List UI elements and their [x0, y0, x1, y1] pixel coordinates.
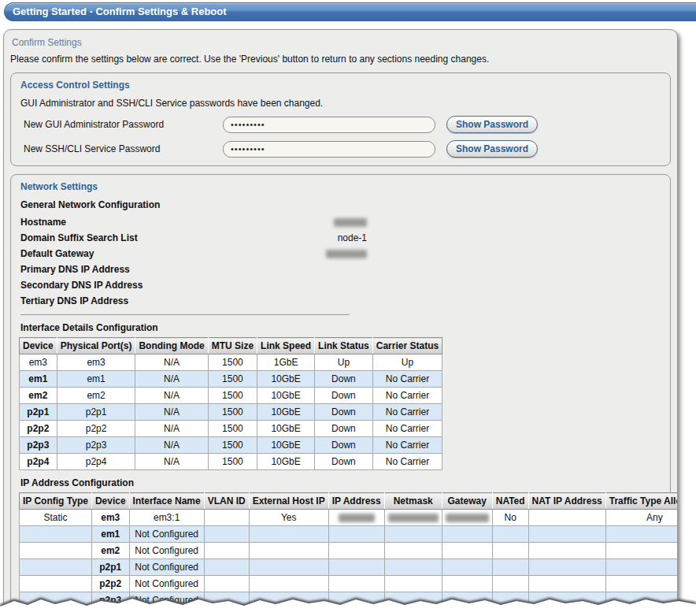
password-changed-note: GUI Administrator and SSH/CLI Service pa…: [20, 98, 664, 109]
table-header-cell: IP Config Type: [20, 493, 92, 510]
ssh-cli-password-input[interactable]: [223, 141, 435, 158]
table-cell: N/A: [135, 354, 208, 371]
table-cell: [20, 609, 92, 610]
confirm-settings-panel: Confirm Settings Please confirm the sett…: [3, 29, 678, 610]
table-cell: em2: [20, 388, 57, 404]
table-cell: N/A: [135, 454, 208, 470]
table-cell: [249, 609, 328, 610]
confirm-settings-description: Please confirm the settings below are co…: [10, 54, 672, 65]
table-cell: N/A: [135, 371, 208, 388]
table-cell: Not Configured: [129, 526, 204, 543]
table-cell: [528, 609, 605, 610]
table-cell: [384, 592, 442, 609]
table-cell: Not Configured: [129, 592, 204, 609]
table-cell: [528, 526, 605, 543]
table-cell: [528, 576, 605, 592]
interface-details-table: DevicePhysical Port(s)Bonding ModeMTU Si…: [19, 337, 442, 470]
table-cell: Up: [315, 354, 373, 371]
table-cell: em3: [91, 510, 129, 526]
redacted-value: [446, 514, 489, 522]
show-ssh-password-button[interactable]: Show Password: [446, 140, 538, 158]
general-network-row-label: Secondary DNS IP Address: [20, 280, 313, 291]
gui-admin-password-input[interactable]: [223, 117, 435, 133]
table-cell: em3: [57, 354, 135, 371]
table-cell: [204, 576, 249, 592]
table-cell: [249, 576, 328, 592]
table-row: p2p1p2p1N/A150010GbEDownNo Carrier: [20, 404, 442, 421]
table-cell: 1500: [208, 354, 257, 371]
table-cell: [528, 543, 605, 559]
table-cell: Down: [315, 371, 373, 388]
table-cell: em3:1: [129, 510, 204, 526]
window-title-bar: Getting Started - Confirm Settings & Reb…: [4, 2, 696, 21]
table-cell: 1500: [208, 437, 257, 454]
table-cell: [384, 559, 442, 576]
table-row: p2p4p2p4N/A150010GbEDownNo Carrier: [20, 454, 442, 470]
table-cell: [605, 609, 678, 610]
table-cell: Down: [315, 421, 373, 437]
network-settings-heading: Network Settings: [20, 181, 664, 192]
redacted-value: [388, 514, 439, 522]
table-cell: [20, 526, 92, 543]
table-cell: No: [492, 510, 528, 526]
ip-address-config-table: IP Config TypeDeviceInterface NameVLAN I…: [19, 492, 678, 610]
table-cell: p2p4: [57, 454, 135, 470]
general-network-row: Primary DNS IP Address: [20, 262, 664, 277]
general-network-row: Secondary DNS IP Address: [20, 277, 664, 293]
table-cell: 10GbE: [257, 437, 315, 454]
table-row: em2em2N/A150010GbEDownNo Carrier: [20, 388, 442, 404]
table-cell: [204, 592, 249, 609]
table-cell: [384, 609, 442, 610]
table-cell: N/A: [135, 437, 208, 454]
table-row: p2p2p2p2N/A150010GbEDownNo Carrier: [20, 421, 442, 437]
table-cell: Down: [315, 388, 373, 404]
table-cell: p2p2: [57, 421, 135, 437]
table-cell: [384, 510, 442, 526]
table-header-cell: NAT IP Address: [528, 493, 605, 510]
table-cell: 10GbE: [257, 454, 315, 470]
table-cell: 1500: [208, 371, 257, 388]
table-cell: [442, 559, 492, 576]
general-network-row: Hostname: [20, 214, 664, 230]
table-cell: Static: [20, 510, 92, 526]
general-network-row-label: Default Gateway: [20, 248, 313, 259]
table-cell: p2p2: [91, 576, 129, 592]
ssh-cli-password-row: New SSH/CLI Service Password Show Passwo…: [24, 140, 664, 158]
table-cell: p2p1: [57, 404, 135, 421]
general-network-row-label: Hostname: [20, 217, 313, 228]
table-header-cell: Device: [20, 338, 57, 354]
table-cell: [492, 543, 528, 559]
table-cell: [605, 592, 678, 609]
redacted-value: [334, 218, 367, 227]
table-header-cell: Gateway: [442, 493, 492, 510]
table-cell: N/A: [135, 404, 208, 421]
table-row: p2p3p2p3N/A150010GbEDownNo Carrier: [20, 437, 442, 454]
table-row: em1Not Configured: [20, 526, 679, 543]
general-network-row: Tertiary DNS IP Address: [20, 293, 664, 309]
general-network-row-label: Primary DNS IP Address: [20, 264, 313, 275]
table-row: p2p4Not Configured: [20, 609, 679, 610]
table-cell: p2p3: [91, 592, 129, 609]
general-network-config-heading: General Network Configuration: [20, 199, 664, 210]
general-network-row-value: [313, 248, 367, 259]
table-row: p2p2Not Configured: [20, 576, 679, 592]
show-gui-password-button[interactable]: Show Password: [446, 116, 538, 133]
redacted-value: [339, 514, 375, 522]
table-cell: [249, 543, 328, 559]
table-cell: Up: [372, 354, 442, 371]
table-cell: [528, 592, 605, 609]
table-cell: em3: [20, 354, 57, 371]
table-cell: [328, 592, 384, 609]
table-cell: Not Configured: [129, 609, 204, 610]
table-cell: [204, 609, 249, 610]
table-cell: 1500: [208, 404, 257, 421]
table-cell: [20, 543, 92, 559]
general-network-rows: HostnameDomain Suffix Search Listnode-1D…: [20, 214, 664, 309]
table-cell: 10GbE: [257, 421, 315, 437]
table-header-cell: IP Address: [328, 493, 384, 510]
table-cell: em2: [91, 543, 129, 559]
table-cell: p2p4: [91, 609, 129, 610]
page: { "title_bar": { "title": "Getting Start…: [0, 0, 696, 616]
redacted-value: [326, 250, 367, 258]
table-cell: Any: [605, 510, 678, 526]
